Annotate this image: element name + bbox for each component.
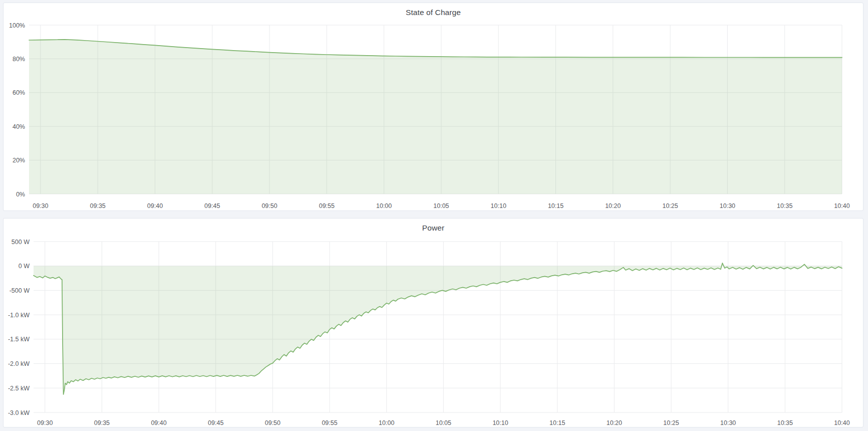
- power-chart[interactable]: 500 W0 W-500 W-1.0 kW-1.5 kW-2.0 kW-2.5 …: [4, 219, 864, 427]
- x-axis-tick-label: 09:55: [319, 202, 335, 209]
- y-axis-tick-label: 80%: [13, 56, 25, 63]
- power-panel: Power 500 W0 W-500 W-1.0 kW-1.5 kW-2.0 k…: [3, 218, 863, 427]
- x-axis-tick-label: 10:35: [777, 202, 792, 209]
- state-of-charge-chart[interactable]: 100%80%60%40%20%0%09:3009:3509:4009:4509…: [4, 3, 864, 210]
- y-axis-tick-label: 0%: [16, 191, 25, 198]
- x-axis-tick-label: 10:05: [436, 419, 451, 426]
- x-axis-tick-label: 10:20: [607, 419, 622, 426]
- y-axis-tick-label: 500 W: [12, 239, 30, 246]
- x-axis-tick-label: 09:30: [33, 202, 48, 209]
- x-axis-tick-label: 10:00: [379, 419, 394, 426]
- y-axis-tick-label: -1.5 kW: [8, 336, 30, 343]
- x-axis-tick-label: 10:05: [433, 202, 449, 209]
- x-axis-tick-label: 10:40: [834, 202, 849, 209]
- x-axis-tick-label: 10:25: [662, 202, 678, 209]
- y-axis-tick-label: -1.0 kW: [8, 312, 30, 319]
- x-axis-tick-label: 09:45: [204, 202, 220, 209]
- y-axis-tick-label: -2.5 kW: [8, 385, 30, 392]
- y-axis-tick-label: 40%: [13, 123, 25, 130]
- y-axis-tick-label: 20%: [13, 157, 25, 164]
- y-axis-tick-label: 60%: [13, 89, 25, 96]
- x-axis-tick-label: 09:50: [261, 202, 277, 209]
- x-axis-tick-label: 10:30: [720, 202, 735, 209]
- series-area-fill: [29, 40, 842, 194]
- y-axis-tick-label: 100%: [9, 22, 25, 29]
- y-axis-tick-label: -3.0 kW: [8, 409, 30, 416]
- y-axis-tick-label: -500 W: [10, 287, 30, 294]
- x-axis-tick-label: 09:30: [37, 419, 53, 426]
- x-axis-tick-label: 09:35: [94, 419, 110, 426]
- x-axis-tick-label: 09:45: [208, 419, 223, 426]
- x-axis-tick-label: 10:15: [548, 202, 563, 209]
- dashboard-page: { "page": { "background_color": "#f2f4f8…: [0, 0, 868, 431]
- y-axis-tick-label: -2.0 kW: [8, 360, 30, 367]
- x-axis-tick-label: 10:10: [492, 419, 508, 426]
- state-of-charge-panel: State of Charge 100%80%60%40%20%0%09:300…: [3, 3, 863, 211]
- x-axis-tick-label: 10:10: [491, 202, 506, 209]
- x-axis-tick-label: 10:15: [549, 419, 565, 426]
- x-axis-tick-label: 09:55: [322, 419, 337, 426]
- x-axis-tick-label: 10:40: [834, 419, 849, 426]
- x-axis-tick-label: 09:50: [265, 419, 280, 426]
- x-axis-tick-label: 09:35: [90, 202, 106, 209]
- x-axis-tick-label: 10:30: [720, 419, 736, 426]
- x-axis-tick-label: 10:25: [663, 419, 679, 426]
- x-axis-tick-label: 10:20: [605, 202, 621, 209]
- x-axis-tick-label: 10:35: [777, 419, 793, 426]
- x-axis-tick-label: 09:40: [147, 202, 163, 209]
- x-axis-tick-label: 09:40: [151, 419, 166, 426]
- series-area-fill: [34, 263, 842, 394]
- x-axis-tick-label: 10:00: [376, 202, 392, 209]
- y-axis-tick-label: 0 W: [19, 263, 30, 270]
